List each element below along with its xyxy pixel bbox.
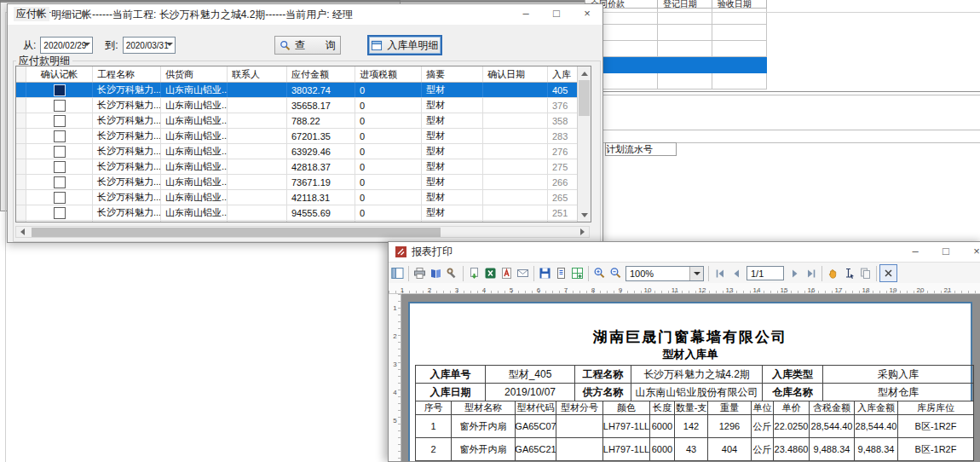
copy-page-icon[interactable]: [857, 265, 873, 281]
scroll-right-button[interactable]: [577, 227, 589, 237]
table-row[interactable]: 长沙万科魅力... 山东南山铝业... 42118.31 0 型材 265: [16, 190, 591, 205]
next-page-icon[interactable]: [787, 265, 803, 281]
scroll-left-button[interactable]: [16, 227, 28, 237]
column-header[interactable]: 工程名称: [93, 66, 161, 82]
row-selector[interactable]: [16, 205, 26, 220]
table-row[interactable]: 长沙万科魅力... 山东南山铝业... 3895.84 0 型材 250: [16, 221, 591, 222]
page-number-input[interactable]: 1/1: [747, 266, 784, 280]
title-bar[interactable]: 应付明细记帐------当前工程: 长沙万科魅力之城4.2期------当前用户…: [8, 4, 602, 25]
minimize-button[interactable]: –: [900, 242, 931, 263]
table-row[interactable]: 长沙万科魅力... 山东南山铝业... 63929.46 0 型材 276: [16, 144, 591, 159]
query-button[interactable]: 查 询: [274, 36, 341, 55]
toc-pane-icon[interactable]: [389, 265, 406, 281]
confirm-cell: [26, 113, 93, 128]
first-page-icon[interactable]: [712, 265, 728, 281]
report-print-window[interactable]: 报表打印 – □ ×: [388, 241, 980, 462]
summary-cell: 型材: [422, 113, 483, 128]
summary-cell: 型材: [422, 190, 483, 205]
scroll-down-button[interactable]: [578, 209, 591, 222]
column-header[interactable]: 供货商: [161, 66, 228, 82]
print-preview-area[interactable]: 12345 湖南巨晟门窗幕墙有限公司 型材入库单 入库单号 型材_405 工程名…: [389, 294, 980, 461]
vertical-scrollbar[interactable]: [577, 66, 591, 222]
row-selector[interactable]: [16, 221, 26, 222]
zoom-out-icon[interactable]: [608, 265, 624, 281]
confirm-checkbox[interactable]: [54, 192, 66, 204]
maximize-button[interactable]: □: [541, 4, 572, 25]
last-page-icon[interactable]: [803, 265, 819, 281]
row-selector[interactable]: [16, 175, 26, 189]
inbound-detail-button[interactable]: 入库单明细: [368, 36, 441, 55]
confirm-checkbox[interactable]: [54, 207, 66, 219]
row-selector[interactable]: [16, 190, 26, 205]
row-selector[interactable]: [16, 129, 26, 143]
confirm-cell: [26, 83, 93, 97]
table-row[interactable]: 长沙万科魅力... 山东南山铝业... 94555.69 0 型材 251: [16, 205, 591, 221]
print-icon[interactable]: [412, 265, 428, 281]
column-header[interactable]: 应付金额: [287, 66, 355, 82]
settings-tools-icon[interactable]: [444, 265, 460, 281]
tax-cell: 0: [355, 205, 422, 220]
confirm-checkbox[interactable]: [54, 176, 66, 188]
confirm-cell: [26, 159, 93, 174]
column-header[interactable]: 摘要: [422, 66, 483, 82]
confirm-checkbox[interactable]: [54, 146, 66, 158]
column-header[interactable]: 确认日期: [483, 66, 548, 82]
column-header[interactable]: 联系人: [228, 66, 287, 82]
save-icon[interactable]: [537, 265, 553, 281]
confirm-checkbox[interactable]: [54, 130, 66, 142]
table-row[interactable]: 长沙万科魅力... 山东南山铝业... 35658.17 0 型材 376: [16, 98, 591, 113]
ruler-number: 17: [825, 286, 852, 294]
scrollbar-thumb[interactable]: [579, 80, 590, 116]
payable-detail-window[interactable]: 应付明细记帐------当前工程: 长沙万科魅力之城4.2期------当前用户…: [7, 3, 603, 243]
payable-detail-table: 确认记帐 工程名称 供货商 联系人 应付金额 进项税额 摘要 确认日期 入库 长…: [15, 66, 591, 222]
confirm-checkbox[interactable]: [54, 222, 66, 223]
single-page-view-icon[interactable]: [553, 265, 569, 281]
table-row[interactable]: 长沙万科魅力... 山东南山铝业... 38032.74 0 型材 405: [16, 83, 591, 98]
table-row[interactable]: 长沙万科魅力... 山东南山铝业... 788.22 0 型材 358: [16, 113, 591, 129]
zoom-in-icon[interactable]: [591, 265, 608, 281]
zoom-level-select[interactable]: 100%: [625, 266, 704, 281]
tax-cell: 0: [355, 113, 422, 128]
minimize-button[interactable]: –: [510, 4, 541, 25]
scrollbar-thumb[interactable]: [32, 228, 441, 237]
tax-cell: 0: [355, 221, 422, 222]
column-header: 验收日期: [712, 0, 767, 9]
hand-pan-icon[interactable]: [825, 265, 841, 281]
column-header[interactable]: 确认记帐: [26, 66, 93, 82]
to-date-select[interactable]: 2020/03/31: [123, 37, 176, 54]
send-mail-icon[interactable]: [515, 265, 531, 281]
confirm-checkbox[interactable]: [54, 161, 66, 173]
row-selector[interactable]: [16, 159, 26, 174]
row-selector[interactable]: [16, 144, 26, 159]
close-button[interactable]: ×: [961, 242, 980, 263]
table-row[interactable]: 长沙万科魅力... 山东南山铝业... 67201.35 0 型材 283: [16, 129, 591, 144]
title-bar[interactable]: 报表打印 – □ ×: [389, 242, 980, 262]
confirm-checkbox[interactable]: [54, 84, 66, 96]
multi-page-view-icon[interactable]: [569, 265, 585, 281]
scroll-up-button[interactable]: [578, 66, 591, 79]
export-excel-icon[interactable]: [482, 265, 499, 281]
page-setup-icon[interactable]: [428, 265, 444, 281]
query-button-label: 查 询: [295, 38, 336, 53]
from-date-select[interactable]: 2020/02/29: [40, 37, 93, 54]
maximize-button[interactable]: □: [931, 242, 961, 263]
previous-page-icon[interactable]: [728, 265, 744, 281]
column-header[interactable]: 进项税额: [355, 66, 422, 82]
text-select-icon[interactable]: [841, 265, 857, 281]
export-icon[interactable]: [466, 265, 482, 281]
table-row[interactable]: 长沙万科魅力... 山东南山铝业... 42818.37 0 型材 275: [16, 159, 591, 175]
row-header-stub[interactable]: [16, 66, 26, 82]
info-value: 长沙万科魅力之城4.2期: [631, 366, 763, 383]
export-pdf-icon[interactable]: [499, 265, 515, 281]
table-row[interactable]: 长沙万科魅力... 山东南山铝业... 73671.19 0 型材 266: [16, 175, 591, 190]
row-selector[interactable]: [16, 98, 26, 113]
chevron-down-icon[interactable]: [689, 267, 703, 280]
close-button[interactable]: ×: [572, 4, 602, 25]
row-selector[interactable]: [16, 113, 26, 128]
horizontal-scrollbar[interactable]: [15, 226, 590, 238]
close-preview-icon[interactable]: [879, 264, 897, 282]
confirm-checkbox[interactable]: [54, 100, 66, 112]
row-selector[interactable]: [16, 83, 26, 97]
confirm-checkbox[interactable]: [54, 115, 66, 127]
order-info-table: 入库单号 型材_405 工程名称 长沙万科魅力之城4.2期 入库类型 采购入库 …: [415, 365, 974, 401]
